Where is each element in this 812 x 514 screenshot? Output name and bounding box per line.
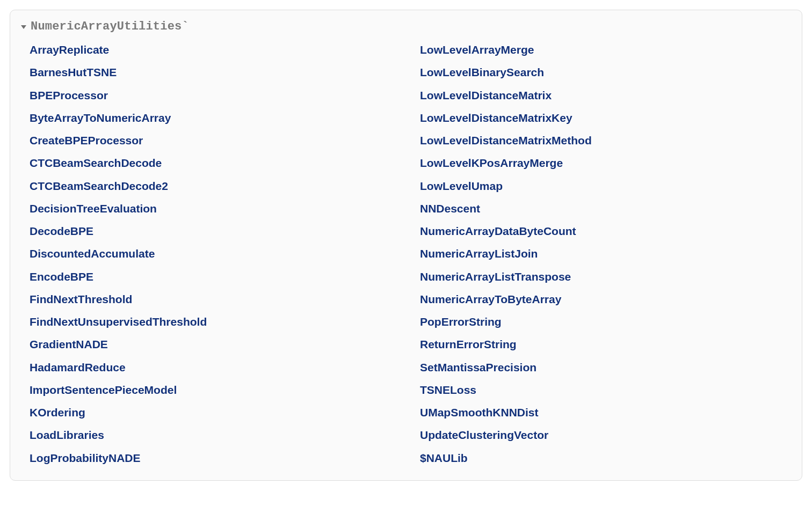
symbol-link[interactable]: BPEProcessor <box>30 89 398 102</box>
section-header-toggle[interactable]: NumericArrayUtilities` <box>20 20 789 33</box>
symbol-link[interactable]: GradientNADE <box>30 337 398 351</box>
symbol-link[interactable]: NumericArrayToByteArray <box>420 292 789 306</box>
section-panel: NumericArrayUtilities` ArrayReplicateBar… <box>10 10 802 481</box>
symbol-link[interactable]: $NAULib <box>420 451 789 465</box>
page: NumericArrayUtilities` ArrayReplicateBar… <box>0 0 812 490</box>
symbol-link[interactable]: LowLevelDistanceMatrixMethod <box>420 134 789 148</box>
symbol-link[interactable]: EncodeBPE <box>30 270 398 284</box>
symbol-link[interactable]: LowLevelKPosArrayMerge <box>420 156 789 170</box>
symbol-link[interactable]: FindNextThreshold <box>30 292 398 306</box>
symbol-link[interactable]: ByteArrayToNumericArray <box>30 111 398 125</box>
symbol-link[interactable]: CTCBeamSearchDecode2 <box>30 179 398 193</box>
symbol-link[interactable]: DecisionTreeEvaluation <box>30 202 398 216</box>
symbol-link[interactable]: ImportSentencePieceModel <box>30 383 398 397</box>
symbol-link[interactable]: KOrdering <box>30 406 398 420</box>
symbol-link[interactable]: PopErrorString <box>420 315 789 329</box>
chevron-down-icon <box>20 23 27 31</box>
symbol-columns: ArrayReplicateBarnesHutTSNEBPEProcessorB… <box>23 43 789 465</box>
symbol-link[interactable]: ReturnErrorString <box>420 337 789 351</box>
symbol-link[interactable]: FindNextUnsupervisedThreshold <box>30 315 398 329</box>
symbol-link[interactable]: UMapSmoothKNNDist <box>420 406 789 420</box>
symbol-link[interactable]: NumericArrayListJoin <box>420 247 789 261</box>
symbol-link[interactable]: LowLevelUmap <box>420 179 789 193</box>
symbol-link[interactable]: LowLevelDistanceMatrixKey <box>420 111 789 125</box>
symbol-column-left: ArrayReplicateBarnesHutTSNEBPEProcessorB… <box>30 43 398 465</box>
symbol-link[interactable]: BarnesHutTSNE <box>30 65 398 79</box>
symbol-link[interactable]: NumericArrayListTranspose <box>420 270 789 284</box>
symbol-link[interactable]: LowLevelArrayMerge <box>420 43 789 57</box>
symbol-link[interactable]: LowLevelDistanceMatrix <box>420 89 789 102</box>
symbol-link[interactable]: DiscountedAccumulate <box>30 247 398 261</box>
symbol-link[interactable]: LowLevelBinarySearch <box>420 65 789 79</box>
symbol-link[interactable]: TSNELoss <box>420 383 789 397</box>
symbol-link[interactable]: DecodeBPE <box>30 224 398 238</box>
symbol-link[interactable]: CreateBPEProcessor <box>30 134 398 148</box>
symbol-link[interactable]: HadamardReduce <box>30 361 398 375</box>
symbol-link[interactable]: NNDescent <box>420 202 789 216</box>
symbol-link[interactable]: LoadLibraries <box>30 428 398 442</box>
section-title: NumericArrayUtilities` <box>31 20 189 33</box>
symbol-link[interactable]: LogProbabilityNADE <box>30 451 398 465</box>
symbol-link[interactable]: ArrayReplicate <box>30 43 398 57</box>
svg-marker-0 <box>21 25 26 29</box>
symbol-link[interactable]: NumericArrayDataByteCount <box>420 224 789 238</box>
symbol-link[interactable]: CTCBeamSearchDecode <box>30 156 398 170</box>
symbol-link[interactable]: UpdateClusteringVector <box>420 428 789 442</box>
symbol-link[interactable]: SetMantissaPrecision <box>420 361 789 375</box>
symbol-column-right: LowLevelArrayMergeLowLevelBinarySearchLo… <box>420 43 789 465</box>
